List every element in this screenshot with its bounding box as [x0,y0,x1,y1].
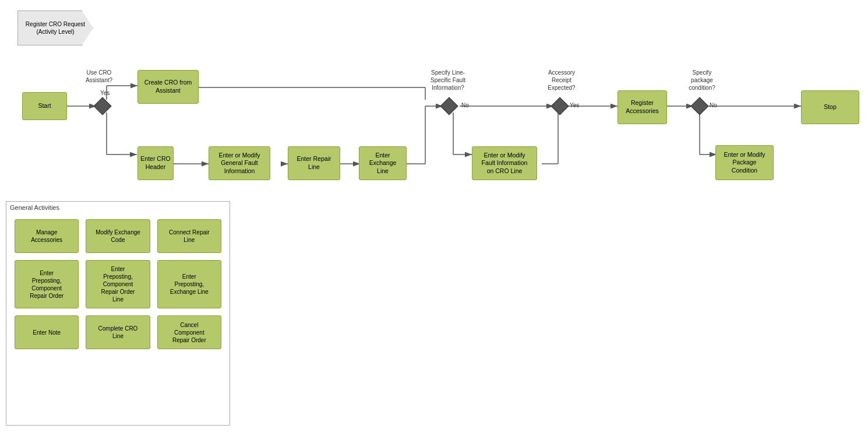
enter-modify-fault-node: Enter or ModifyFault Informationon CRO L… [472,146,537,180]
enter-modify-general-node: Enter or ModifyGeneral FaultInformation [209,146,270,180]
diamond-2 [443,100,456,113]
register-accessories-node: RegisterAccessories [618,90,667,124]
ga-cancel-component-repair[interactable]: CancelComponentRepair Order [157,315,221,349]
yes-label-3: Yes [570,102,579,108]
accessory-receipt-question: AccessoryReceiptExpected? [538,69,585,92]
enter-exchange-line-node: Enter ExchangeLine [359,146,407,180]
diagram-container: Register CRO Request (Activity Level) [0,0,868,432]
enter-cro-header-node: Enter CROHeader [137,146,174,180]
diamond-4 [693,100,706,113]
ga-connect-repair-line[interactable]: Connect RepairLine [157,219,221,253]
register-cro-label: Register CRO Request (Activity Level) [17,10,93,45]
no-label-2: No [461,102,469,108]
start-node: Start [22,92,67,120]
ga-complete-cro-line[interactable]: Complete CROLine [86,315,150,349]
general-activities-grid: ManageAccessories Modify ExchangeCode Co… [6,213,230,355]
general-activities-panel: General Activities ManageAccessories Mod… [6,201,230,426]
ga-enter-preposting-exchange[interactable]: EnterPreposting,Exchange Line [157,260,221,308]
diamond-1 [96,100,109,113]
use-cro-question: Use CROAssistant? [76,69,122,84]
general-activities-title: General Activities [6,202,230,213]
yes-label-1: Yes [100,90,110,96]
diamond-3 [553,100,566,113]
ga-enter-note[interactable]: Enter Note [15,315,79,349]
ga-enter-preposting-component[interactable]: EnterPreposting,ComponentRepair Order [15,260,79,308]
create-cro-node: Create CRO fromAssistant [137,70,199,104]
no-label-4: No [710,102,717,108]
ga-manage-accessories[interactable]: ManageAccessories [15,219,79,253]
specify-line-question: Specify Line-Specific FaultInformation? [422,69,474,92]
specify-package-question: Specifypackagecondition? [679,69,725,92]
enter-repair-line-node: Enter Repair Line [288,146,340,180]
ga-enter-preposting-component-line[interactable]: EnterPreposting,ComponentRepair OrderLin… [86,260,150,308]
ga-modify-exchange-code[interactable]: Modify ExchangeCode [86,219,150,253]
enter-modify-package-node: Enter or ModifyPackageCondition [715,145,774,180]
stop-node: Stop [801,90,859,124]
